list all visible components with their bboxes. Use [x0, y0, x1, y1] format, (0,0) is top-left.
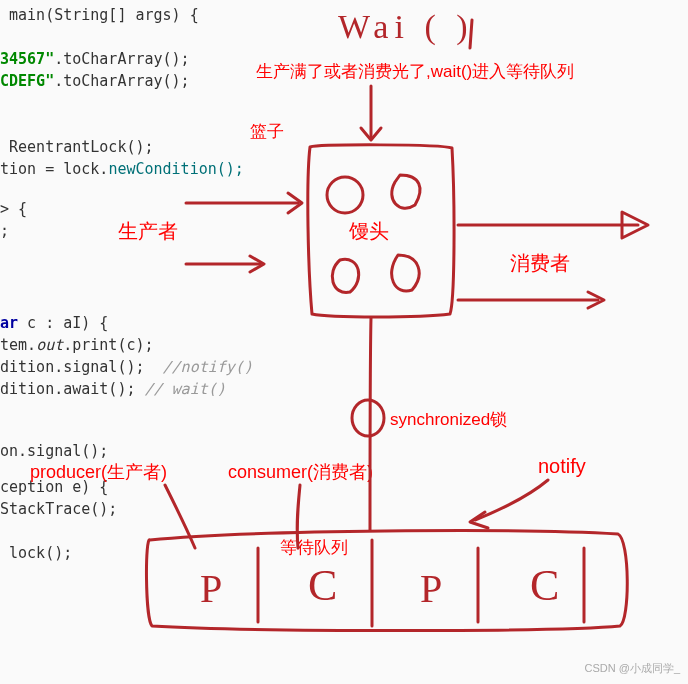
annotation-producer-en: producer(生产者): [30, 460, 167, 484]
annotation-basket: 篮子: [250, 120, 284, 143]
code-line: main(String[] args) {: [0, 4, 300, 26]
code-line: StackTrace();: [0, 498, 300, 520]
code-line: tem.out.print(c);: [0, 334, 300, 356]
code-line: ar c : aI) {: [0, 312, 300, 334]
queue-letter-c2: C: [530, 560, 559, 611]
annotation-mantou: 馒头: [349, 218, 389, 245]
code-line: > {: [0, 198, 300, 220]
code-line: tion = lock.newCondition();: [0, 158, 300, 180]
svg-point-1: [352, 400, 384, 436]
handwritten-wait: Wai ( ): [338, 8, 474, 46]
annotation-top: 生产满了或者消费光了,wait()进入等待队列: [256, 60, 574, 83]
queue-letter-p2: P: [420, 565, 442, 612]
annotation-wait-queue: 等待队列: [280, 536, 348, 559]
watermark: CSDN @小成同学_: [584, 661, 680, 676]
code-line: dition.await(); // wait(): [0, 378, 300, 400]
code-line: 34567".toCharArray();: [0, 48, 300, 70]
code-line: dition.signal(); //notify(): [0, 356, 300, 378]
code-line: on.signal();: [0, 440, 300, 462]
svg-point-0: [327, 177, 363, 213]
annotation-synclock: synchronized锁: [390, 408, 507, 431]
queue-letter-c1: C: [308, 560, 337, 611]
code-line: lock();: [0, 542, 300, 564]
code-line: CDEFG".toCharArray();: [0, 70, 300, 92]
annotation-notify: notify: [538, 455, 586, 478]
queue-letter-p1: P: [200, 565, 222, 612]
annotation-consumer: 消费者: [510, 250, 570, 277]
annotation-producer: 生产者: [118, 218, 178, 245]
annotation-consumer-en: consumer(消费者): [228, 460, 373, 484]
